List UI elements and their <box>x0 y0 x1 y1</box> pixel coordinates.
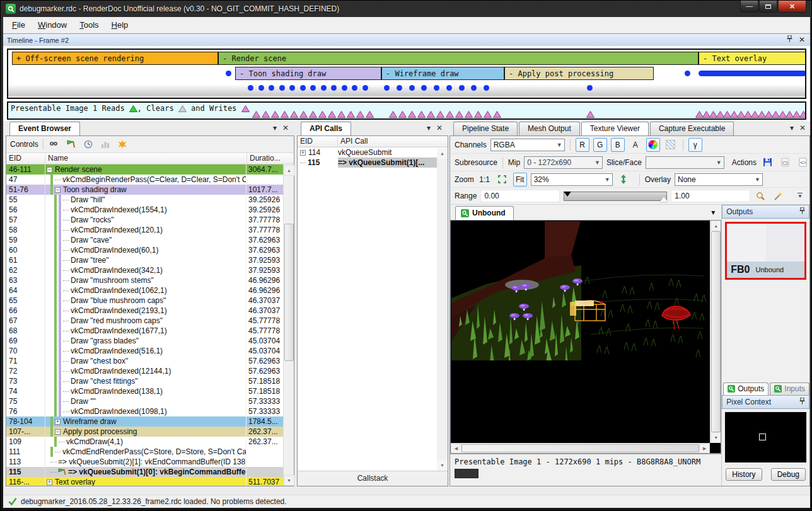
bookmark-icon[interactable] <box>116 139 129 150</box>
event-row-63[interactable]: 63Draw "mushroom stems"46.96296 <box>6 275 283 285</box>
texture-viewer-close-icon[interactable]: ✕ <box>799 123 806 132</box>
range-max-field[interactable]: 1.00 <box>671 190 750 202</box>
event-row-62[interactable]: 62vkCmdDrawIndexed(342,1)37.92593 <box>6 265 283 275</box>
alpha-checker-button[interactable] <box>664 138 678 152</box>
event-row-60[interactable]: 60vkCmdDrawIndexed(60,1)37.62963 <box>6 245 283 255</box>
timeline-panel-header[interactable]: Timeline - Frame #2 ✕ <box>3 33 810 46</box>
timeline-frame[interactable]: + Off-screen scene rendering- Render sce… <box>7 49 806 99</box>
tab-event-browser[interactable]: Event Browser <box>9 122 80 135</box>
column-name[interactable]: Name <box>45 153 247 164</box>
event-browser-menu-icon[interactable]: ▾ <box>273 123 277 132</box>
menu-item-tools[interactable]: Tools <box>73 18 105 32</box>
channel-r-button[interactable]: R <box>576 138 589 152</box>
tab-mesh-output[interactable]: Mesh Output <box>519 122 580 135</box>
timeline-event-dot[interactable] <box>279 85 285 91</box>
api-calls-header[interactable]: EID API Call <box>298 136 448 147</box>
titlebar[interactable]: debugmarker.rdc - RenderDoc Unofficial r… <box>1 1 811 17</box>
event-row-74[interactable]: 74vkCmdDrawIndexed(138,1)57.18518 <box>6 386 283 396</box>
event-row-73[interactable]: 73Draw "chest fittings"57.18518 <box>6 376 283 386</box>
menu-item-help[interactable]: Help <box>105 18 135 32</box>
event-row-69[interactable]: 69Draw "grass blades"45.03704 <box>6 336 283 346</box>
timeline-close-icon[interactable]: ✕ <box>799 35 805 44</box>
event-browser-close-icon[interactable]: ✕ <box>282 123 289 132</box>
timeline-event-dot[interactable] <box>300 85 306 91</box>
event-row-66[interactable]: 66vkCmdDrawIndexed(2193,1)46.37037 <box>6 306 283 316</box>
event-row-68[interactable]: 68vkCmdDrawIndexed(1677,1)45.77778 <box>6 326 283 336</box>
event-row-67[interactable]: 67Draw "red mushroom caps"45.77778 <box>6 316 283 326</box>
texture-image[interactable] <box>451 221 708 360</box>
event-browser-header[interactable]: EID Name Duratio... <box>6 153 294 164</box>
timeline-event-dot[interactable] <box>352 85 357 91</box>
maximize-button[interactable] <box>759 1 777 13</box>
stats-icon[interactable] <box>99 139 112 150</box>
timeline-marker-bar[interactable]: - Render scene <box>218 52 699 65</box>
zoom-1to1-button[interactable]: 1:1 <box>478 173 492 187</box>
history-button[interactable]: History <box>726 468 762 481</box>
autofit-wand-icon[interactable] <box>772 189 786 203</box>
event-row-64[interactable]: 64vkCmdDrawIndexed(1062,1)46.96296 <box>6 285 283 296</box>
close-button[interactable]: ✕ <box>778 1 806 13</box>
output-fb0-thumbnail[interactable]: FB0 Unbound <box>725 222 806 280</box>
pixel-context-pin-icon[interactable] <box>799 398 805 406</box>
outputs-header[interactable]: Outputs <box>722 205 809 219</box>
save-icon[interactable] <box>760 156 774 169</box>
gamma-button[interactable]: γ <box>688 138 702 152</box>
column-api-call[interactable]: API Call <box>338 136 448 147</box>
expand-icon[interactable]: + <box>47 479 52 485</box>
timeline-marker-bar[interactable]: - Text overlay <box>699 52 806 65</box>
timeline-event-dot[interactable] <box>258 85 264 91</box>
zoom-percent-select[interactable]: 32%▼ <box>531 173 613 186</box>
timeline-event-dot[interactable] <box>409 85 415 91</box>
event-row-107[interactable]: 107-...−Apply post processing262.37... <box>6 427 283 437</box>
timeline-event-dot[interactable] <box>248 85 253 91</box>
tab-api-calls[interactable]: API Calls <box>301 122 351 135</box>
channel-g-button[interactable]: G <box>593 138 607 152</box>
fit-button[interactable]: Fit <box>513 173 527 187</box>
open-link-icon[interactable] <box>778 156 792 169</box>
range-slider[interactable] <box>564 192 667 201</box>
timeline-event-dot[interactable] <box>459 85 465 91</box>
range-options-icon[interactable]: ▼ <box>793 191 807 201</box>
scrollbar-thumb[interactable] <box>461 444 699 452</box>
pixel-context-view[interactable] <box>725 412 806 462</box>
zoom-fit-icon-button[interactable] <box>496 173 509 187</box>
timeline-event-dot[interactable] <box>587 85 593 91</box>
event-row-65[interactable]: 65Draw "blue mushroom caps"46.37037 <box>6 296 283 306</box>
debug-button[interactable]: Debug <box>771 468 806 481</box>
range-white-handle[interactable] <box>660 197 668 202</box>
flip-y-icon[interactable] <box>617 173 630 187</box>
event-row-72[interactable]: 72vkCmdDrawIndexed(12144,1)57.62963 <box>6 366 283 376</box>
timeline-event-dot[interactable] <box>484 85 489 91</box>
timeline-event-dot[interactable] <box>434 85 439 91</box>
column-eid[interactable]: EID <box>6 153 45 164</box>
timeline-event-dot[interactable] <box>397 85 402 91</box>
event-row-78104[interactable]: 78-104+Wireframe draw1784.5... <box>6 416 283 427</box>
event-row-70[interactable]: 70vkCmdDrawIndexed(516,1)45.03704 <box>6 346 283 356</box>
texture-viewport[interactable]: ▲ ▼ ◀ ▶ <box>450 220 721 454</box>
api-calls-list[interactable]: +114vkQueueSubmit115=> vkQueueSubmit(1)[… <box>298 147 448 168</box>
tab-capture-executable[interactable]: Capture Executable <box>650 122 734 135</box>
overlay-select[interactable]: None▼ <box>675 173 763 186</box>
outputs-list[interactable]: FB0 Unbound <box>722 219 809 381</box>
channels-select[interactable]: RGBA▼ <box>490 139 565 151</box>
viewport-vscrollbar[interactable]: ▲ ▼ <box>710 221 721 443</box>
timeline-event-dot[interactable] <box>289 85 295 91</box>
expand-icon[interactable]: + <box>55 419 61 425</box>
expand-icon[interactable]: + <box>300 150 306 156</box>
time-draws-icon[interactable] <box>82 139 95 150</box>
event-row-115[interactable]: 115=> vkQueueSubmit(1)[0]: vkBeginComman… <box>6 467 283 477</box>
texture-viewer-menu-icon[interactable]: ▾ <box>790 123 794 132</box>
timeline-pin-icon[interactable] <box>787 35 792 44</box>
event-row-113[interactable]: 113=> vkQueueSubmit(2)[1]: vkEndCommandB… <box>6 457 283 467</box>
timeline-event-dot[interactable] <box>471 85 477 91</box>
callstack-label[interactable]: Callstack <box>298 471 448 486</box>
collapse-icon[interactable]: − <box>47 167 52 173</box>
event-row-71[interactable]: 71Draw "chest box"57.62963 <box>6 356 283 366</box>
channel-b-button[interactable]: B <box>611 138 625 152</box>
event-row-111[interactable]: 111vkCmdEndRenderPass(C=Store, D=Store, … <box>6 447 283 457</box>
timeline-marker-bar[interactable]: - Wireframe draw <box>381 67 504 80</box>
scrollbar-thumb[interactable] <box>284 224 294 361</box>
range-min-field[interactable]: 0.00 <box>480 190 560 202</box>
shader-code-icon[interactable]: <> <box>796 156 809 169</box>
timeline-marker-bar[interactable]: - Toon shading draw <box>235 67 381 80</box>
